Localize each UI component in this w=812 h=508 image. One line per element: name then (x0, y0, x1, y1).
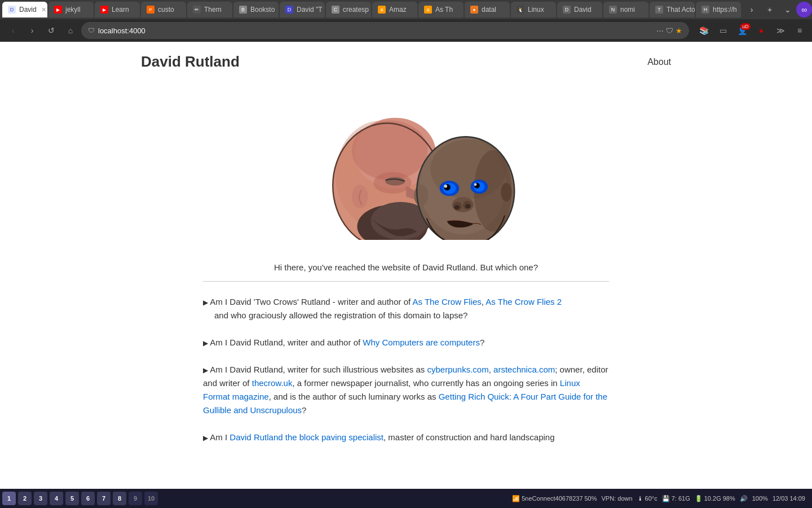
item3-text-middle1: , (489, 365, 493, 374)
tab-jekyll[interactable]: ▶ jekyll (48, 2, 94, 17)
tab-https[interactable]: H https://h (696, 2, 741, 17)
tab-label: David "T (297, 6, 323, 14)
link-thecrow[interactable]: thecrow.uk (252, 378, 293, 388)
workspace-9[interactable]: 9 (129, 492, 142, 493)
tab-that-actor[interactable]: T That Acto (650, 2, 695, 17)
link-as-the-crow-flies-2[interactable]: As The Crow Flies 2 (486, 297, 562, 306)
tab-createspace[interactable]: C createsp (326, 2, 371, 17)
account-button[interactable]: 👤 uD (734, 23, 750, 38)
tab-label: nomi (620, 6, 635, 14)
tab-favicon: ✏ (193, 6, 201, 14)
workspace-10[interactable]: 10 (144, 492, 158, 493)
tab-learn[interactable]: ▶ Learn (95, 2, 140, 17)
site-header: David Rutland About (0, 42, 812, 82)
svg-point-22 (474, 183, 477, 186)
tab-favicon: ▶ (54, 6, 62, 14)
svg-point-5 (385, 177, 405, 185)
item1-content: Am I David 'Two Crows' Rutland - writer … (203, 297, 562, 320)
workspace-3[interactable]: 3 (34, 492, 47, 493)
tab-label: createsp (343, 6, 369, 14)
home-button[interactable]: ⌂ (62, 22, 79, 39)
tab-label: datal (482, 6, 496, 14)
address-bar-actions: ⋯ 🛡 ★ (656, 27, 682, 35)
tab-david-active[interactable]: D David ✕ (2, 2, 47, 17)
intro-text: Hi there, you've reached the website of … (203, 262, 609, 272)
tab-favicon: a (378, 6, 386, 14)
tab-close-button[interactable]: ✕ (40, 5, 47, 15)
item2-content: Am I David Rutland, writer and author of… (210, 338, 484, 347)
link-as-the-crow-flies-1[interactable]: As The Crow Flies (413, 297, 482, 306)
forward-button[interactable]: › (24, 22, 41, 39)
ublock-icon[interactable]: ● (753, 23, 769, 38)
hamburger-menu-button[interactable]: ≡ (792, 23, 807, 38)
svg-point-28 (414, 185, 428, 206)
workspace-5[interactable]: 5 (65, 492, 79, 493)
tabs-overflow-button[interactable]: › (744, 2, 759, 17)
tab-david2[interactable]: D David (557, 2, 602, 17)
back-button[interactable]: ‹ (5, 22, 21, 39)
site-title[interactable]: David Rutland (141, 53, 240, 71)
extensions-icon[interactable]: ≫ (773, 23, 788, 38)
item3-content: Am I David Rutland, writer for such illu… (203, 365, 608, 415)
list-item: Am I David Rutland, writer for such illu… (203, 363, 609, 417)
tab-linux[interactable]: 🐧 Linux (511, 2, 556, 17)
tab-favicon: D (285, 6, 293, 14)
workspace-1[interactable]: 1 (2, 492, 16, 493)
svg-point-26 (454, 205, 460, 209)
list-item: Am I David Rutland the block paving spec… (203, 431, 609, 444)
workspace-6[interactable]: 6 (81, 492, 95, 493)
main-content: Hi there, you've reached the website of … (203, 251, 609, 469)
tab-label: Them (204, 6, 222, 14)
link-cyberpunks[interactable]: cyberpunks.com (427, 365, 488, 374)
items-list: Am I David 'Two Crows' Rutland - writer … (203, 295, 609, 444)
tab-nomi[interactable]: N nomi (603, 2, 648, 17)
tab-label: David (19, 6, 37, 14)
item3-text-middle3: , a former newspaper journalist, who cur… (292, 378, 559, 388)
workspace-2[interactable]: 2 (18, 492, 32, 493)
tab-favicon: T (655, 6, 663, 14)
site-nav: About (647, 57, 671, 67)
list-item: Am I David Rutland, writer and author of… (203, 336, 609, 349)
workspace-8[interactable]: 8 (113, 492, 126, 493)
tab-them[interactable]: ✏ Them (187, 2, 232, 17)
tab-label: As Th (435, 6, 453, 14)
workspace-4[interactable]: 4 (50, 492, 63, 493)
tab-custo[interactable]: P custo (141, 2, 186, 17)
link-arstechnica[interactable]: arstechnica.com (493, 365, 555, 374)
refresh-button[interactable]: ↺ (43, 22, 60, 39)
library-icon[interactable]: 📚 (696, 23, 712, 38)
svg-point-29 (501, 183, 511, 202)
tab-favicon: D (563, 6, 571, 14)
firefox-account-button[interactable]: ∞ (796, 2, 812, 17)
tab-favicon: D (8, 6, 16, 14)
item1-text-after: and who graciously allowed the registrat… (203, 310, 467, 320)
taskbar: 1 2 3 4 5 6 7 8 9 10 📶 5neConnect4067823… (0, 489, 812, 493)
tab-bookstore[interactable]: B Booksto (233, 2, 279, 17)
navigation-bar: ‹ › ↺ ⌂ 🛡 ⋯ 🛡 ★ 📚 ▭ 👤 uD ● ≫ ≡ (0, 19, 812, 42)
tab-favicon: 🐧 (517, 6, 524, 14)
page-content: David Rutland About (0, 42, 812, 493)
tab-label: jekyll (65, 6, 81, 14)
sidebar-icon[interactable]: ▭ (715, 23, 731, 38)
new-tab-button[interactable]: + (762, 2, 777, 17)
browser-window: D David ✕ ▶ jekyll ▶ Learn P custo ✏ The… (0, 0, 812, 42)
star-icon[interactable]: ★ (676, 27, 682, 35)
tab-datal[interactable]: ● datal (465, 2, 510, 17)
item2-text-after: ? (480, 338, 484, 347)
nav-about-link[interactable]: About (647, 57, 671, 67)
tab-list-button[interactable]: ⌄ (780, 2, 795, 17)
tab-amazon1[interactable]: a Amaz (372, 2, 417, 17)
tab-label: custo (158, 6, 174, 14)
bookmark-container-icon[interactable]: 🛡 (666, 27, 673, 35)
tab-label: Booksto (250, 6, 275, 14)
link-why-computers[interactable]: Why Computers are computers (363, 338, 480, 347)
tab-amazon2[interactable]: a As Th (418, 2, 464, 17)
link-block-paving[interactable]: David Rutland the block paving specialis… (230, 432, 383, 442)
workspace-7[interactable]: 7 (97, 492, 111, 493)
tab-label: Linux (528, 6, 544, 14)
address-bar-input[interactable] (98, 27, 653, 35)
tab-david-t[interactable]: D David "T (280, 2, 325, 17)
more-options-icon[interactable]: ⋯ (656, 27, 664, 35)
nav-right-buttons: 📚 ▭ 👤 uD ● ≫ ≡ (696, 23, 807, 38)
item1-text-before: Am I David 'Two Crows' Rutland - writer … (210, 297, 412, 306)
